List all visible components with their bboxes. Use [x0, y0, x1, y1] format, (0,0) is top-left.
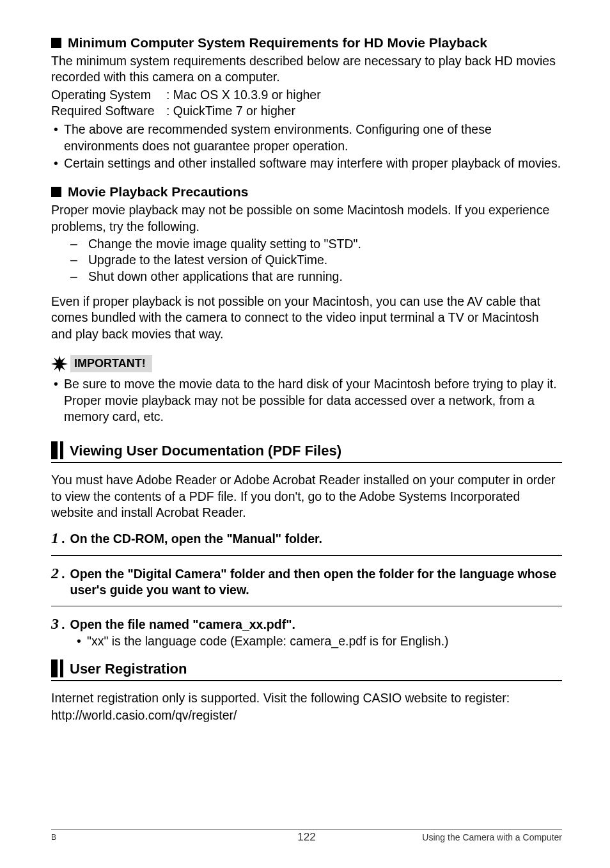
- important-text: Be sure to move the movie data to the ha…: [64, 376, 562, 425]
- step-divider: [51, 555, 562, 556]
- heading-bar-icon: [51, 659, 58, 677]
- footer-left: B: [51, 833, 56, 842]
- subheading-playback-precautions: Movie Playback Precautions: [51, 184, 562, 200]
- subheading-min-requirements: Minimum Computer System Requirements for…: [51, 35, 562, 51]
- dash-text: Shut down other applications that are ru…: [88, 269, 343, 285]
- precautions-intro: Proper movie playback may not be possibl…: [51, 202, 562, 235]
- os-value: : Mac OS X 10.3.9 or higher: [166, 88, 321, 102]
- heading-bar-icon: [51, 441, 58, 459]
- step-text: Open the "Digital Camera" folder and the…: [70, 566, 562, 599]
- note-text: "xx" is the language code (Example: came…: [87, 633, 562, 649]
- important-label: IMPORTANT!: [70, 355, 152, 372]
- sw-value: : QuickTime 7 or higher: [166, 104, 295, 118]
- bullet-dot-icon: •: [74, 633, 87, 649]
- bullet-text: Certain settings and other installed sof…: [64, 155, 562, 171]
- dash-text: Upgrade to the latest version of QuickTi…: [88, 252, 327, 268]
- step-text: Open the file named "camera_xx.pdf".: [70, 617, 295, 633]
- heading-user-docs: Viewing User Documentation (PDF Files): [51, 441, 562, 463]
- important-callout: IMPORTANT!: [51, 355, 562, 372]
- step-text: On the CD-ROM, open the "Manual" folder.: [70, 531, 322, 547]
- step-3: 3. Open the file named "camera_xx.pdf".: [51, 615, 562, 633]
- registration-url: http://world.casio.com/qv/register/: [51, 707, 562, 723]
- intro-paragraph: The minimum system requirements describe…: [51, 53, 562, 86]
- dash-item: – Shut down other applications that are …: [70, 269, 562, 285]
- bullet-item: • The above are recommended system envir…: [51, 122, 562, 154]
- burst-icon: [51, 356, 68, 372]
- heading-user-registration: User Registration: [51, 659, 562, 681]
- precautions-paragraph: Even if proper playback is not possible …: [51, 294, 562, 342]
- bullet-dot-icon: •: [51, 155, 64, 171]
- heading-text: User Registration: [70, 659, 187, 677]
- step-number: 2: [51, 565, 59, 582]
- step-1: 1. On the CD-ROM, open the "Manual" fold…: [51, 530, 562, 547]
- sw-label: Required Software: [51, 103, 166, 119]
- heading-text: Movie Playback Precautions: [68, 184, 248, 200]
- step-number: 3: [51, 615, 59, 633]
- heading-text: Viewing User Documentation (PDF Files): [70, 441, 341, 459]
- bullet-item: • Certain settings and other installed s…: [51, 155, 562, 171]
- square-bullet-icon: [51, 38, 61, 48]
- step-dot: .: [61, 617, 65, 632]
- bullet-text: The above are recommended system environ…: [64, 122, 562, 154]
- dash-item: – Upgrade to the latest version of Quick…: [70, 252, 562, 268]
- os-spec: Operating System: Mac OS X 10.3.9 or hig…: [51, 87, 562, 103]
- software-spec: Required Software: QuickTime 7 or higher: [51, 103, 562, 119]
- dash-icon: –: [70, 236, 88, 252]
- heading-bar-icon: [60, 441, 63, 459]
- step-3-note: • "xx" is the language code (Example: ca…: [74, 633, 562, 649]
- step-dot: .: [61, 567, 65, 581]
- heading-bar-icon: [60, 659, 63, 677]
- os-label: Operating System: [51, 87, 166, 103]
- page-number: 122: [297, 831, 315, 844]
- bullet-dot-icon: •: [51, 122, 64, 154]
- bullet-dot-icon: •: [51, 376, 64, 425]
- dash-item: – Change the movie image quality setting…: [70, 236, 562, 252]
- docs-intro: You must have Adobe Reader or Adobe Acro…: [51, 472, 562, 521]
- step-2: 2. Open the "Digital Camera" folder and …: [51, 565, 562, 599]
- important-bullet: • Be sure to move the movie data to the …: [51, 376, 562, 425]
- step-dot: .: [61, 532, 65, 546]
- heading-text: Minimum Computer System Requirements for…: [68, 35, 487, 51]
- step-number: 1: [51, 530, 59, 547]
- square-bullet-icon: [51, 187, 61, 197]
- footer-right: Using the Camera with a Computer: [422, 832, 562, 842]
- dash-icon: –: [70, 252, 88, 268]
- dash-icon: –: [70, 269, 88, 285]
- svg-marker-0: [51, 356, 68, 372]
- registration-text: Internet registration only is supported.…: [51, 690, 562, 706]
- dash-text: Change the movie image quality setting t…: [88, 236, 361, 252]
- page-footer: B 122 Using the Camera with a Computer: [51, 829, 562, 842]
- step-divider: [51, 606, 562, 606]
